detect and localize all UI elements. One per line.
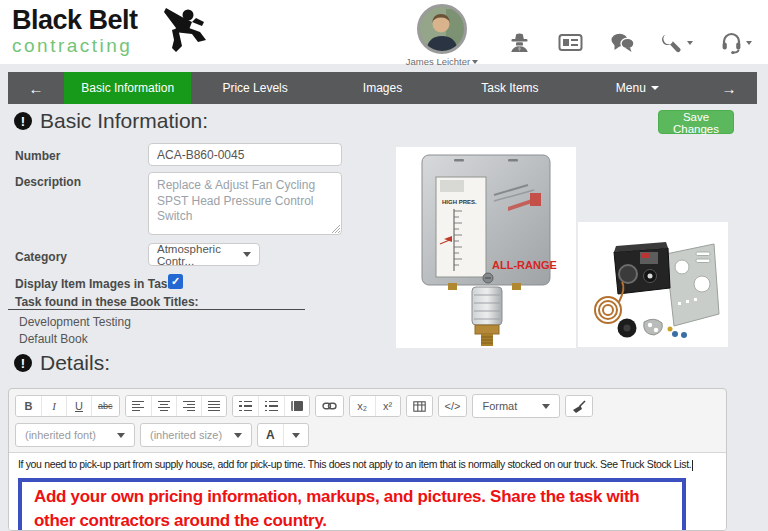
app-window: Black Belt contracting: [0, 0, 768, 531]
header-actions: James Leichter: [403, 4, 752, 67]
highlighted-note-box: Add your own pricing information, markup…: [18, 478, 686, 531]
details-header: ! Details:: [14, 351, 110, 375]
superscript-button[interactable]: x²: [375, 396, 400, 416]
align-center-button[interactable]: [151, 396, 176, 416]
chevron-down-icon: [117, 433, 125, 438]
numbered-list-button[interactable]: [258, 396, 284, 416]
chevron-down-icon: [542, 404, 550, 409]
tab-images[interactable]: Images: [319, 72, 446, 104]
bold-button[interactable]: B: [16, 396, 41, 416]
align-left-icon: [132, 401, 144, 412]
chevron-down-icon: [292, 433, 300, 438]
tools-menu-button[interactable]: [662, 32, 693, 54]
table-button[interactable]: [407, 396, 432, 416]
company-logo[interactable]: Black Belt contracting: [12, 7, 138, 55]
align-right-icon: [183, 401, 195, 412]
product-photo-switch-kit: [578, 222, 728, 347]
link-button[interactable]: [316, 396, 343, 416]
indent-button[interactable]: [284, 396, 309, 416]
gauge-label-text: HIGH PRES.: [442, 199, 477, 205]
category-label: Category: [15, 250, 67, 264]
broom-icon: [572, 400, 586, 413]
user-secret-icon: [508, 31, 531, 54]
page-title: Basic Information:: [40, 109, 208, 133]
tab-navigation: ← Basic Information Price Levels Images …: [8, 72, 757, 104]
font-family-dropdown[interactable]: (inherited font): [15, 423, 135, 447]
numbered-list-icon: [265, 401, 278, 412]
description-textarea[interactable]: Replace & Adjust Fan Cycling SPST Head P…: [148, 172, 342, 235]
editor-content-area[interactable]: If you need to pick-up part from supply …: [9, 452, 726, 531]
text-color-button[interactable]: A: [257, 423, 309, 447]
justify-icon: [208, 401, 220, 412]
text-color-label[interactable]: A: [258, 424, 283, 446]
tab-basic-information[interactable]: Basic Information: [64, 72, 191, 104]
tab-price-levels[interactable]: Price Levels: [191, 72, 318, 104]
book-titles-label: Task found in these Book Titles:: [15, 295, 199, 309]
avatar[interactable]: [417, 4, 467, 54]
product-photo-pressure-control: HIGH PRES. ALL-RANGE: [396, 147, 576, 348]
category-select[interactable]: Atmospheric Contr...: [148, 243, 260, 266]
strikethrough-button[interactable]: abc: [91, 396, 119, 416]
exclamation-circle-icon: !: [14, 354, 32, 372]
table-icon: [413, 401, 426, 412]
nav-forward-arrow[interactable]: →: [701, 72, 757, 104]
display-images-checkbox[interactable]: [168, 274, 183, 289]
description-field-wrap: Replace & Adjust Fan Cycling SPST Head P…: [148, 172, 342, 235]
font-size-dropdown[interactable]: (inherited size): [140, 423, 252, 447]
tab-menu[interactable]: Menu: [574, 72, 701, 104]
justify-button[interactable]: [201, 396, 226, 416]
book-title-item: Default Book: [19, 332, 88, 346]
chevron-down-icon: [243, 252, 251, 257]
number-input[interactable]: [148, 143, 342, 166]
details-title: Details:: [40, 351, 110, 375]
note-text: Add your own pricing information, markup…: [34, 485, 670, 531]
spy-mode-button[interactable]: [508, 31, 531, 54]
chevron-down-icon: [651, 86, 659, 90]
divider: [8, 309, 305, 310]
bullet-list-icon: [239, 401, 252, 412]
chevron-down-icon: [746, 41, 752, 45]
book-title-item: Development Testing: [19, 315, 131, 329]
align-center-icon: [158, 401, 170, 412]
logo-text-secondary: contracting: [12, 36, 138, 55]
save-changes-button[interactable]: Save Changes: [658, 110, 734, 134]
tab-task-items[interactable]: Task Items: [446, 72, 573, 104]
karate-kick-icon: [148, 2, 210, 54]
align-right-button[interactable]: [176, 396, 201, 416]
format-dropdown[interactable]: Format: [472, 394, 560, 418]
wrench-icon: [662, 32, 684, 54]
headset-icon: [720, 31, 743, 54]
text-cursor: [692, 460, 693, 471]
italic-button[interactable]: I: [41, 396, 66, 416]
chat-bubbles-icon: [610, 32, 635, 53]
product-label-text: ALL-RANGE: [492, 259, 557, 271]
news-button[interactable]: [558, 32, 583, 53]
chevron-down-icon: [472, 60, 478, 64]
clear-format-button[interactable]: [566, 396, 592, 416]
user-name[interactable]: James Leichter: [406, 56, 478, 67]
number-label: Number: [15, 149, 60, 163]
indent-icon: [291, 401, 303, 411]
display-images-label: Display Item Images in Task:: [15, 277, 178, 291]
basic-information-header: ! Basic Information:: [14, 109, 208, 133]
chevron-down-icon: [234, 433, 242, 438]
exclamation-circle-icon: !: [14, 112, 32, 130]
top-header: Black Belt contracting: [0, 0, 768, 64]
chevron-down-icon: [687, 41, 693, 45]
resize-grip[interactable]: [332, 225, 340, 233]
code-view-button[interactable]: </>: [439, 396, 467, 416]
rich-text-editor: B I U abc: [8, 388, 727, 531]
text-color-caret[interactable]: [283, 424, 308, 446]
messages-button[interactable]: [610, 32, 635, 53]
nav-back-arrow[interactable]: ←: [8, 72, 64, 104]
editor-toolbar: B I U abc: [9, 389, 726, 447]
align-left-button[interactable]: [126, 396, 151, 416]
subscript-button[interactable]: x₂: [350, 396, 375, 416]
newspaper-icon: [558, 32, 583, 53]
underline-button[interactable]: U: [66, 396, 91, 416]
bullet-list-button[interactable]: [233, 396, 258, 416]
editor-paragraph: If you need to pick-up part from supply …: [18, 458, 717, 471]
support-menu-button[interactable]: [720, 31, 752, 54]
logo-text-primary: Black Belt: [12, 7, 138, 34]
user-menu[interactable]: James Leichter: [403, 4, 481, 67]
